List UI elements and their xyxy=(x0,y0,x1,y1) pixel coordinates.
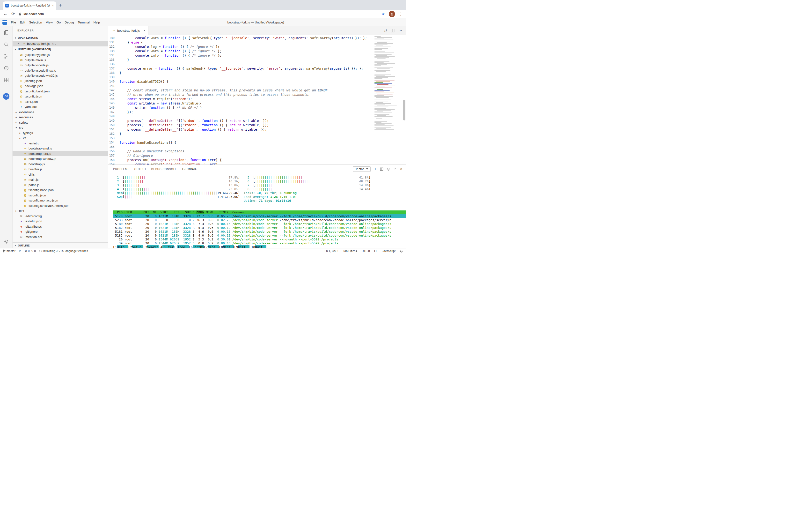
profile-avatar[interactable] xyxy=(389,11,395,17)
menu-selection[interactable]: Selection xyxy=(27,19,44,25)
open-editors-header[interactable]: ▾ OPEN EDITORS xyxy=(13,35,108,41)
tree-item-main.js[interactable]: JSmain.js xyxy=(13,177,108,182)
open-changes-icon[interactable]: ⇄ xyxy=(384,28,387,33)
tree-item-.eslintrc.json[interactable]: ●.eslintrc.json xyxy=(13,219,108,224)
tree-item-.gitattributes[interactable]: ◆.gitattributes xyxy=(13,224,108,229)
notifications-bell-icon[interactable] xyxy=(400,249,403,253)
status-ln-1-col-1[interactable]: Ln 1, Col 1 xyxy=(325,249,339,253)
tree-item-bootstrap.js[interactable]: JSbootstrap.js xyxy=(13,162,108,167)
tree-item-extensions[interactable]: ▸extensions xyxy=(13,110,108,115)
code-line: 144 const stream = require('stream'); xyxy=(108,97,372,101)
menu-help[interactable]: Help xyxy=(91,19,102,25)
menu-edit[interactable]: Edit xyxy=(18,19,27,25)
status-javascript[interactable]: JavaScript xyxy=(382,249,395,253)
scrollbar-thumb[interactable] xyxy=(403,100,405,120)
reload-icon[interactable]: ⟳ xyxy=(11,12,15,16)
tree-item-yarn.lock[interactable]: ●yarn.lock xyxy=(13,104,108,110)
tree-item-tsconfig.strictNullChecks.json[interactable]: {}tsconfig.strictNullChecks.json xyxy=(13,203,108,209)
explorer-icon[interactable] xyxy=(3,30,9,36)
editor-scrollbar[interactable] xyxy=(402,35,406,165)
tree-item-gulpfile.mixin.js[interactable]: JSgulpfile.mixin.js xyxy=(13,58,108,63)
split-terminal-icon[interactable] xyxy=(380,167,383,171)
panel-tab-terminal[interactable]: TERMINAL xyxy=(182,165,197,173)
tree-item-vs[interactable]: ▸vs xyxy=(13,135,108,141)
tree-item-test[interactable]: ▸test xyxy=(13,208,108,214)
tree-item-.gitignore[interactable]: ◆.gitignore xyxy=(13,229,108,234)
menu-debug[interactable]: Debug xyxy=(63,19,76,25)
tree-item-package.json[interactable]: {}package.json xyxy=(13,83,108,89)
branch-indicator[interactable]: master xyxy=(3,249,15,253)
tree-item-cli.js[interactable]: JScli.js xyxy=(13,172,108,177)
tree-item-label: tslint.json xyxy=(25,100,38,104)
panel-tab-problems[interactable]: PROBLEMS xyxy=(113,165,130,173)
tree-item-typings[interactable]: ▸typings xyxy=(13,130,108,136)
tree-item-paths.js[interactable]: JSpaths.js xyxy=(13,182,108,188)
tree-item-.editorconfig[interactable]: ⚙.editorconfig xyxy=(13,214,108,219)
tree-item-tsconfig.json[interactable]: {}tsconfig.json xyxy=(13,94,108,99)
tree-item-tslint.json[interactable]: {}tslint.json xyxy=(13,99,108,105)
editor-tabs-bar: JS bootstrap-fork.js × ⇄ ⋯ xyxy=(108,26,406,35)
tree-item-src[interactable]: ▾src xyxy=(13,125,108,130)
tree-item-bootstrap-fork.js[interactable]: JSbootstrap-fork.js xyxy=(13,151,108,157)
menu-go[interactable]: Go xyxy=(55,19,63,25)
tree-item-gulpfile.vscode.js[interactable]: JSgulpfile.vscode.js xyxy=(13,63,108,68)
sync-button[interactable]: ⟳ xyxy=(19,249,21,253)
tree-item-tsconfig.monaco.json[interactable]: {}tsconfig.monaco.json xyxy=(13,198,108,203)
browser-menu-icon[interactable]: ⋮ xyxy=(399,12,402,16)
minimap[interactable] xyxy=(374,36,401,130)
tree-item-.mention-bot[interactable]: ▤.mention-bot xyxy=(13,234,108,240)
kill-terminal-trash-icon[interactable] xyxy=(387,167,390,171)
split-editor-icon[interactable] xyxy=(391,29,394,33)
tree-item-gulpfile.hygiene.js[interactable]: JSgulpfile.hygiene.js xyxy=(13,52,108,58)
omnibox[interactable]: ide.coder.com xyxy=(19,12,377,16)
chevron-down-icon: ▾ xyxy=(13,37,17,39)
menu-file[interactable]: File xyxy=(9,19,18,25)
tree-item-tsconfig.base.json[interactable]: {}tsconfig.base.json xyxy=(13,187,108,193)
more-actions-icon[interactable]: ⋯ xyxy=(398,28,402,33)
source-control-icon[interactable] xyxy=(3,53,9,59)
outline-header[interactable]: ▸ OUTLINE xyxy=(13,242,108,248)
tree-item-gulpfile.vscode.win32.js[interactable]: JSgulpfile.vscode.win32.js xyxy=(13,73,108,78)
menu-view[interactable]: View xyxy=(44,19,55,25)
close-tab-icon[interactable]: × xyxy=(143,29,145,33)
browser-tab[interactable]: c bootstrap-fork.js — Untitled (W × xyxy=(3,1,56,10)
status-utf-8[interactable]: UTF-8 xyxy=(362,249,370,253)
tree-item-jsconfig.json[interactable]: {}jsconfig.json xyxy=(13,78,108,84)
debug-icon[interactable] xyxy=(3,65,9,71)
close-editor-icon[interactable]: × xyxy=(17,42,20,46)
open-editor-item[interactable]: ×JSbootstrap-fork.jssrc xyxy=(13,41,108,47)
search-icon[interactable] xyxy=(3,41,9,48)
extensions-icon[interactable] xyxy=(3,77,9,83)
workspace-header[interactable]: ▾ UNTITLED (WORKSPACE) xyxy=(13,47,108,52)
status-lf[interactable]: LF xyxy=(374,249,378,253)
tab-close-icon[interactable]: × xyxy=(52,4,54,7)
menu-terminal[interactable]: Terminal xyxy=(76,19,91,25)
tree-item-resources[interactable]: ▸resources xyxy=(13,115,108,120)
terminal-output[interactable]: 1 [||||||||||| 17.8%] 5 [|||||||||||||||… xyxy=(108,173,406,248)
settings-gear-icon[interactable] xyxy=(3,238,9,245)
code-editor[interactable]: 130 console.warn = function () { safeSen… xyxy=(108,35,406,165)
bookmark-star-icon[interactable]: ★ xyxy=(381,12,385,16)
problems-indicator[interactable]: ⊘ 0 ⚠ 0 xyxy=(25,249,36,253)
new-tab-button[interactable]: + xyxy=(59,3,62,8)
tree-item-gulpfile.vscode.linux.js[interactable]: JSgulpfile.vscode.linux.js xyxy=(13,68,108,73)
tree-item-bootstrap-window.js[interactable]: JSbootstrap-window.js xyxy=(13,156,108,162)
language-status-message: Initializing JS/TS language features xyxy=(39,249,88,253)
status-tab-size-4[interactable]: Tab Size: 4 xyxy=(343,249,357,253)
tree-item-tsconfig.json[interactable]: {}tsconfig.json xyxy=(13,193,108,198)
off-toggle-badge[interactable]: Off xyxy=(3,93,9,100)
js-file-icon: JS xyxy=(23,184,27,186)
close-panel-icon[interactable]: × xyxy=(400,167,402,171)
new-terminal-icon[interactable]: + xyxy=(374,167,377,171)
tree-item-tsconfig.build.json[interactable]: {}tsconfig.build.json xyxy=(13,89,108,94)
maximize-panel-icon[interactable] xyxy=(393,167,397,171)
panel-tab-output[interactable]: OUTPUT xyxy=(134,165,146,173)
editor-tab-bootstrap-fork[interactable]: JS bootstrap-fork.js × xyxy=(108,26,148,35)
back-icon[interactable]: ← xyxy=(3,12,7,16)
tree-item-buildfile.js[interactable]: JSbuildfile.js xyxy=(13,167,108,172)
tree-item-.eslintrc[interactable]: ●.eslintrc xyxy=(13,141,108,146)
tree-item-scripts[interactable]: ▸scripts xyxy=(13,120,108,125)
terminal-selector[interactable]: 1: htop xyxy=(353,166,371,172)
panel-tab-debug-console[interactable]: DEBUG CONSOLE xyxy=(151,165,177,173)
tree-item-bootstrap-amd.js[interactable]: JSbootstrap-amd.js xyxy=(13,146,108,151)
